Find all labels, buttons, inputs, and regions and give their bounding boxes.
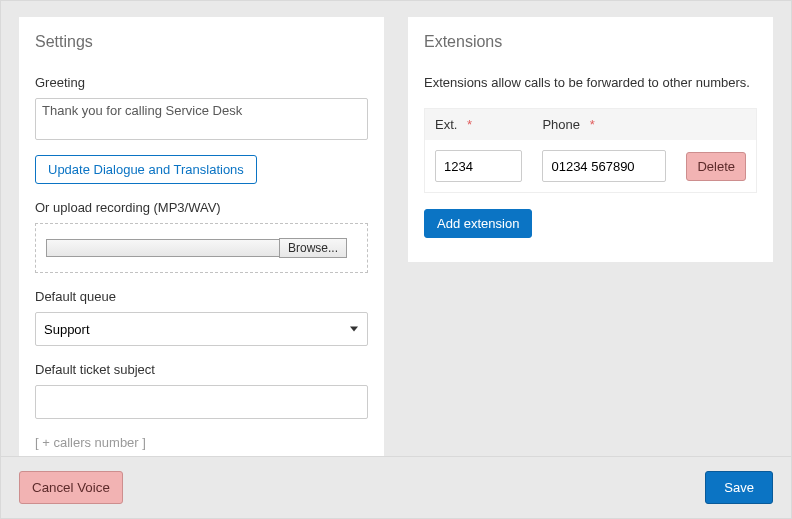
upload-dropzone[interactable]: Browse... <box>35 223 368 273</box>
delete-button[interactable]: Delete <box>686 152 746 181</box>
greeting-textarea[interactable]: Thank you for calling Service Desk <box>35 98 368 140</box>
extensions-panel: Extensions Extensions allow calls to be … <box>408 17 773 262</box>
col-ext-label: Ext. <box>435 117 457 132</box>
callers-number-hint: [ + callers number ] <box>35 435 368 450</box>
save-button[interactable]: Save <box>705 471 773 504</box>
greeting-label: Greeting <box>35 75 368 90</box>
required-asterisk-icon: * <box>590 117 595 132</box>
extensions-heading: Extensions <box>424 33 757 51</box>
required-asterisk-icon: * <box>467 117 472 132</box>
default-queue-select[interactable]: Support <box>35 312 368 346</box>
cancel-voice-button[interactable]: Cancel Voice <box>19 471 123 504</box>
browse-button[interactable]: Browse... <box>279 238 347 258</box>
settings-heading: Settings <box>35 33 368 51</box>
update-dialogue-button[interactable]: Update Dialogue and Translations <box>35 155 257 184</box>
ext-input[interactable] <box>435 150 522 182</box>
default-queue-label: Default queue <box>35 289 368 304</box>
ticket-subject-label: Default ticket subject <box>35 362 368 377</box>
extensions-description: Extensions allow calls to be forwarded t… <box>424 75 757 90</box>
table-row: Delete <box>425 140 757 193</box>
phone-input[interactable] <box>542 150 666 182</box>
upload-label: Or upload recording (MP3/WAV) <box>35 200 368 215</box>
ticket-subject-input[interactable] <box>35 385 368 419</box>
col-phone-label: Phone <box>542 117 580 132</box>
footer-bar: Cancel Voice Save <box>1 456 791 518</box>
add-extension-button[interactable]: Add extension <box>424 209 532 238</box>
settings-panel: Settings Greeting Thank you for calling … <box>19 17 384 466</box>
file-path-display <box>46 239 280 257</box>
extensions-table: Ext. * Phone * Delete <box>424 108 757 193</box>
